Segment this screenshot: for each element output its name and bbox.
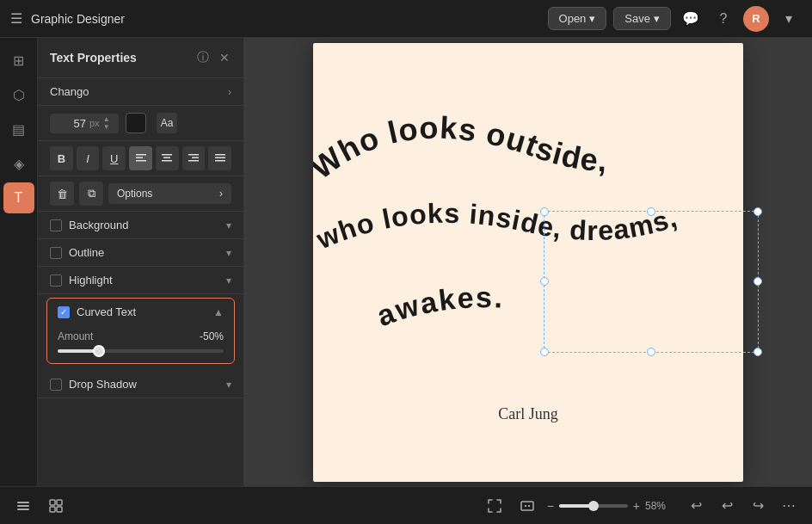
italic-button[interactable]: I bbox=[77, 146, 100, 170]
background-checkbox[interactable] bbox=[50, 219, 62, 231]
text-color-swatch[interactable] bbox=[126, 113, 146, 133]
underline-button[interactable]: U bbox=[102, 146, 126, 170]
save-button[interactable]: Save ▾ bbox=[613, 7, 671, 30]
slider-thumb[interactable] bbox=[93, 345, 105, 357]
font-row[interactable]: Chango › bbox=[38, 78, 243, 106]
fit-screen-button[interactable] bbox=[482, 493, 508, 519]
drop-shadow-label: Drop Shadow bbox=[69, 378, 219, 391]
zoom-controls: − + 58% bbox=[547, 499, 676, 513]
size-input-wrap: px ▲ ▼ bbox=[50, 114, 119, 133]
bottom-right-actions: ↩ ↩ ↪ ⋯ bbox=[683, 493, 802, 519]
align-left-button[interactable] bbox=[129, 146, 152, 170]
text-case-button[interactable]: Aa bbox=[157, 113, 177, 133]
svg-text:who looks inside, dreams,: who looks inside, dreams, bbox=[313, 197, 681, 255]
menu-icon[interactable]: ☰ bbox=[10, 10, 22, 27]
svg-rect-11 bbox=[215, 160, 225, 162]
zoom-slider[interactable] bbox=[559, 504, 628, 508]
outline-section: Outline ▾ bbox=[38, 239, 243, 267]
expand-icon-button[interactable]: ▾ bbox=[776, 6, 802, 32]
aspect-ratio-button[interactable] bbox=[514, 493, 540, 519]
layers-panel-button[interactable] bbox=[10, 493, 36, 519]
selection-handle-tr[interactable] bbox=[754, 207, 762, 216]
background-chevron-icon[interactable]: ▾ bbox=[226, 219, 231, 231]
sidebar-shapes-btn[interactable]: ◈ bbox=[3, 148, 34, 179]
size-down-arrow[interactable]: ▼ bbox=[103, 124, 110, 131]
highlight-label: Highlight bbox=[69, 274, 219, 287]
avatar[interactable]: R bbox=[743, 6, 769, 32]
background-label: Background bbox=[69, 219, 219, 231]
zoom-slider-thumb[interactable] bbox=[588, 501, 599, 511]
drop-shadow-checkbox[interactable] bbox=[50, 379, 62, 391]
outline-chevron-icon[interactable]: ▾ bbox=[226, 247, 231, 259]
panel-info-button[interactable]: ⓘ bbox=[195, 48, 211, 67]
drop-shadow-section: Drop Shadow ▾ bbox=[38, 371, 243, 398]
curved-text-slider[interactable] bbox=[58, 349, 224, 353]
curved-text-chevron-icon[interactable]: ▲ bbox=[213, 306, 224, 318]
app-title: Graphic Designer bbox=[31, 12, 539, 26]
svg-rect-8 bbox=[188, 160, 199, 162]
zoom-out-icon[interactable]: − bbox=[547, 499, 554, 513]
topbar-actions: Open ▾ Save ▾ 💬 ? R ▾ bbox=[548, 6, 802, 32]
sidebar-grid-btn[interactable]: ▤ bbox=[3, 114, 34, 145]
selection-handle-br[interactable] bbox=[754, 348, 762, 356]
outline-checkbox[interactable] bbox=[50, 247, 62, 259]
svg-rect-18 bbox=[50, 500, 55, 505]
attribution-text: Carl Jung bbox=[498, 405, 558, 423]
panel-close-button[interactable]: ✕ bbox=[218, 48, 231, 67]
canvas-area: Who looks outside, who looks inside, dre… bbox=[244, 38, 812, 486]
amount-row: Amount -50% bbox=[58, 330, 224, 342]
highlight-checkbox[interactable] bbox=[50, 274, 62, 287]
icon-sidebar: ⊞ ⬡ ▤ ◈ T bbox=[0, 38, 38, 486]
sidebar-text-btn[interactable]: T bbox=[3, 182, 34, 213]
panel-title: Text Properties bbox=[50, 51, 195, 65]
size-input[interactable] bbox=[55, 117, 86, 130]
bottombar: − + 58% ↩ ↩ ↪ ⋯ bbox=[0, 486, 812, 524]
amount-label: Amount bbox=[58, 330, 93, 342]
undo-button[interactable]: ↩ bbox=[714, 493, 740, 519]
format-row: B I U bbox=[38, 141, 243, 176]
svg-rect-3 bbox=[162, 154, 172, 156]
bold-button[interactable]: B bbox=[50, 146, 73, 170]
size-arrows: ▲ ▼ bbox=[103, 116, 110, 131]
curved-text-checkbox[interactable]: ✓ bbox=[58, 306, 70, 318]
svg-rect-21 bbox=[57, 507, 62, 512]
svg-text:awakes.: awakes. bbox=[372, 280, 505, 332]
svg-rect-16 bbox=[17, 505, 29, 507]
toolbar-row: 🗑 ⧉ Options › bbox=[38, 176, 243, 212]
curved-text-section: ✓ Curved Text ▲ Amount -50% bbox=[46, 298, 235, 364]
svg-rect-5 bbox=[162, 160, 172, 162]
chat-icon-button[interactable]: 💬 bbox=[678, 6, 704, 32]
align-justify-button[interactable] bbox=[208, 146, 231, 170]
delete-button[interactable]: 🗑 bbox=[50, 182, 74, 206]
help-icon-button[interactable]: ? bbox=[710, 6, 736, 32]
align-right-button[interactable] bbox=[182, 146, 206, 170]
svg-rect-4 bbox=[163, 157, 170, 159]
duplicate-button[interactable]: ⧉ bbox=[79, 182, 103, 206]
options-button[interactable]: Options › bbox=[108, 183, 231, 204]
open-button[interactable]: Open ▾ bbox=[548, 7, 607, 30]
canvas-card[interactable]: Who looks outside, who looks inside, dre… bbox=[313, 43, 743, 482]
drop-shadow-chevron-icon[interactable]: ▾ bbox=[226, 379, 231, 391]
more-options-button[interactable]: ⋯ bbox=[776, 493, 802, 519]
zoom-in-icon[interactable]: + bbox=[633, 499, 640, 513]
sidebar-elements-btn[interactable]: ⊞ bbox=[3, 45, 34, 76]
size-up-arrow[interactable]: ▲ bbox=[103, 116, 110, 123]
zoom-percentage: 58% bbox=[645, 500, 676, 512]
selection-handle-mr[interactable] bbox=[754, 277, 762, 286]
sidebar-layers-btn[interactable]: ⬡ bbox=[3, 79, 34, 110]
history-back-button[interactable]: ↩ bbox=[683, 493, 709, 519]
properties-panel: Text Properties ⓘ ✕ Chango › px ▲ ▼ Aa bbox=[38, 38, 244, 486]
svg-text:Who looks outside,: Who looks outside, bbox=[313, 109, 608, 185]
svg-rect-10 bbox=[215, 157, 225, 159]
redo-button[interactable]: ↪ bbox=[745, 493, 771, 519]
grid-panel-button[interactable] bbox=[43, 493, 69, 519]
svg-rect-15 bbox=[17, 502, 29, 503]
svg-rect-17 bbox=[17, 509, 29, 510]
background-section: Background ▾ bbox=[38, 212, 243, 239]
topbar: ☰ Graphic Designer Open ▾ Save ▾ 💬 ? R ▾ bbox=[0, 0, 812, 38]
svg-rect-1 bbox=[136, 157, 143, 159]
font-chevron-icon: › bbox=[228, 86, 231, 98]
align-center-button[interactable] bbox=[156, 146, 179, 170]
main-layout: ⊞ ⬡ ▤ ◈ T Text Properties ⓘ ✕ Chango › p… bbox=[0, 38, 812, 486]
highlight-chevron-icon[interactable]: ▾ bbox=[226, 274, 231, 287]
